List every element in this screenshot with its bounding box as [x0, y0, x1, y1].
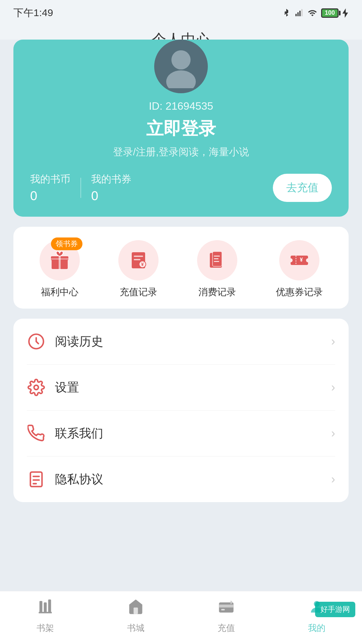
privacy-label: 隐私协议: [55, 471, 331, 488]
svg-rect-20: [291, 256, 308, 265]
bluetooth-icon: [282, 8, 291, 18]
coupon-history-icon-wrap: ¥: [279, 240, 319, 280]
bookstore-nav-icon: [127, 598, 144, 620]
svg-rect-36: [219, 605, 233, 608]
reading-history-label: 阅读历史: [55, 333, 331, 350]
book-vouchers-label: 我的书券: [91, 172, 131, 186]
contact-label: 联系我们: [55, 425, 331, 442]
svg-rect-12: [134, 259, 140, 260]
balance-row: 我的书币 0 我的书券 0 去充值: [30, 172, 332, 203]
clock-icon: [27, 332, 46, 351]
spend-history-icon: [206, 250, 228, 271]
status-icons: 100: [282, 8, 349, 18]
book-coins-item: 我的书币 0: [30, 172, 70, 203]
login-title[interactable]: 立即登录: [30, 117, 332, 141]
svg-point-5: [166, 70, 196, 88]
quick-action-coupon-history[interactable]: ¥ 优惠券记录: [276, 240, 323, 299]
settings-arrow: ›: [331, 380, 335, 394]
recharge-button[interactable]: 去充值: [273, 174, 332, 202]
gift-icon: [49, 250, 70, 271]
svg-rect-18: [214, 258, 219, 259]
recharge-history-icon: ¥: [128, 250, 149, 271]
profile-card: ID: 21694535 立即登录 登录/注册,登录阅读，海量小说 我的书币 0…: [13, 40, 349, 217]
svg-rect-30: [40, 601, 43, 613]
svg-rect-0: [296, 14, 297, 16]
nav-bookshelf[interactable]: 书架: [0, 598, 90, 634]
welfare-label: 福利中心: [41, 286, 78, 299]
privacy-arrow: ›: [331, 472, 335, 486]
svg-point-21: [289, 258, 293, 262]
recharge-nav-icon: [218, 598, 235, 620]
contact-arrow: ›: [331, 426, 335, 440]
recharge-nav-label: 充值: [218, 622, 235, 634]
menu-item-settings[interactable]: 设置 ›: [27, 365, 335, 411]
quick-action-welfare[interactable]: 领书券 福利中心: [40, 240, 80, 299]
settings-icon: [27, 378, 46, 397]
avatar-wrapper: [30, 40, 332, 93]
main-content: ID: 21694535 立即登录 登录/注册,登录阅读，海量小说 我的书币 0…: [0, 40, 362, 566]
svg-rect-31: [44, 602, 47, 612]
status-time: 下午1:49: [13, 6, 53, 20]
settings-label: 设置: [55, 379, 331, 396]
balance-separator: [80, 178, 81, 198]
menu-item-privacy[interactable]: 隐私协议 ›: [27, 457, 335, 502]
svg-rect-37: [221, 609, 225, 610]
quick-actions-row: 领书券 福利中心: [20, 240, 342, 299]
reading-history-arrow: ›: [331, 334, 335, 348]
quick-action-recharge-history[interactable]: ¥ 充值记录: [118, 240, 159, 299]
status-bar: 下午1:49 100: [0, 0, 362, 23]
balance-left-group: 我的书币 0 我的书券 0: [30, 172, 131, 203]
svg-text:¥: ¥: [141, 262, 144, 267]
recharge-history-label: 充值记录: [120, 286, 157, 299]
svg-rect-1: [297, 12, 299, 16]
svg-rect-3: [301, 9, 303, 16]
svg-rect-8: [59, 256, 61, 270]
book-coins-label: 我的书币: [30, 172, 70, 186]
avatar[interactable]: [154, 40, 208, 93]
user-id: ID: 21694535: [30, 100, 332, 112]
coupon-history-icon: ¥: [289, 250, 310, 271]
quick-actions-card: 领书券 福利中心: [13, 227, 349, 309]
coupon-history-label: 优惠券记录: [276, 286, 323, 299]
svg-point-22: [306, 258, 310, 262]
svg-rect-11: [134, 256, 143, 257]
svg-rect-2: [299, 11, 301, 16]
login-subtitle: 登录/注册,登录阅读，海量小说: [30, 145, 332, 159]
book-vouchers-item: 我的书券 0: [91, 172, 131, 203]
spend-history-label: 消费记录: [198, 286, 236, 299]
bookshelf-nav-label: 书架: [37, 622, 54, 634]
my-nav-label: 我的: [308, 622, 325, 634]
svg-rect-32: [48, 599, 51, 612]
book-vouchers-value: 0: [91, 189, 131, 203]
svg-rect-34: [134, 607, 138, 614]
charging-icon: [342, 8, 349, 18]
nav-recharge[interactable]: 充值: [181, 598, 272, 634]
avatar-icon: [159, 45, 203, 88]
menu-card: 阅读历史 › 设置 › 联系我们 ›: [13, 319, 349, 502]
document-icon: [27, 470, 46, 489]
bookshelf-nav-icon: [37, 598, 54, 620]
battery-icon: 100: [321, 8, 339, 18]
svg-point-4: [171, 50, 190, 69]
recharge-history-icon-wrap: ¥: [118, 240, 159, 280]
menu-item-reading-history[interactable]: 阅读历史 ›: [27, 319, 335, 365]
menu-item-contact[interactable]: 联系我们 ›: [27, 411, 335, 457]
svg-text:¥: ¥: [300, 257, 303, 263]
phone-icon: [27, 424, 46, 443]
quick-action-spend-history[interactable]: 消费记录: [197, 240, 237, 299]
wifi-icon: [307, 8, 318, 18]
svg-rect-17: [214, 256, 220, 257]
svg-rect-35: [219, 602, 233, 612]
nav-bookstore[interactable]: 书城: [90, 598, 181, 634]
watermark: 好手游网: [315, 602, 355, 617]
book-coins-value: 0: [30, 189, 70, 203]
spend-history-icon-wrap: [197, 240, 237, 280]
bookstore-nav-label: 书城: [127, 622, 144, 634]
welfare-badge: 领书券: [51, 237, 82, 250]
bottom-nav: 书架 书城 充值 我的: [0, 591, 362, 644]
svg-rect-19: [214, 261, 219, 262]
svg-rect-9: [51, 258, 68, 260]
welfare-icon-wrap: 领书券: [40, 240, 80, 280]
signal-icon: [294, 8, 304, 18]
